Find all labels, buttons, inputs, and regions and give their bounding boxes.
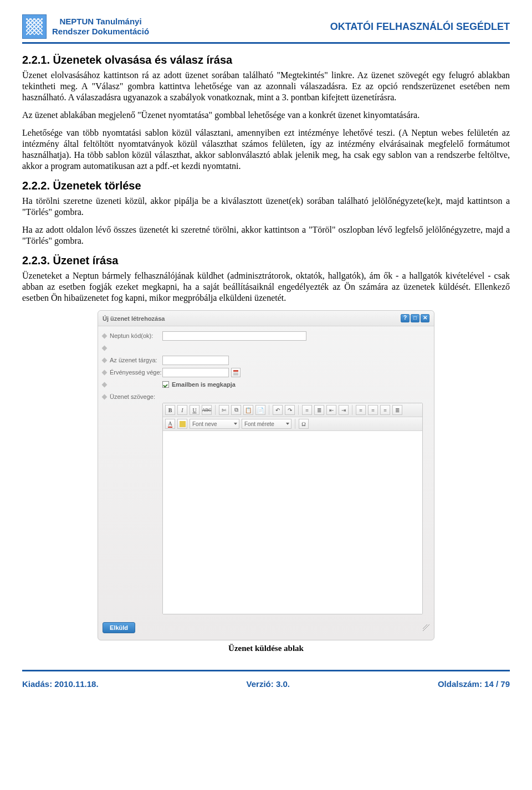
label-validity: Érvényesség vége: [110,369,162,376]
document-header: NEPTUN Tanulmányi Rendszer Dokumentáció … [22,11,510,44]
new-message-dialog: Új üzenet létrehozása ? □ ✕ Neptun kód(o… [98,310,434,640]
cut-button[interactable]: ✄ [219,405,229,415]
neptun-logo-icon [22,14,47,39]
para-2-2-1b: Az üzenet ablakában megjelenő "Üzenet ny… [22,110,510,121]
validity-input[interactable] [162,368,229,377]
bold-button[interactable]: B [165,405,175,415]
font-name-select[interactable]: Font neve [190,419,239,429]
font-size-select[interactable]: Font mérete [242,419,291,429]
dialog-body: Neptun kód(ok): Az üzenet tárgya: Érvény… [98,326,434,618]
editor-toolbar-1: B I U ABC ✄ ⧉ 📋 📄 ↶ ↷ ≡ ≣ [163,403,422,417]
align-right-button[interactable]: ≡ [380,405,390,415]
row-spacer [103,342,429,354]
highlight-button[interactable] [177,419,187,429]
outdent-button[interactable]: ⇤ [326,405,336,415]
bullet-icon [102,382,108,387]
para-2-2-2b: Ha az adott oldalon lévő összes üzenetét… [22,224,510,247]
subject-input[interactable] [162,356,229,365]
para-2-2-3a: Üzeneteket a Neptun bármely felhasználój… [22,270,510,304]
label-email-checkbox: Emailben is megkapja [172,381,236,388]
footer-version: Verzió: 3.0. [99,679,438,689]
row-neptun-code: Neptun kód(ok): [103,330,429,342]
editor-toolbar-2: A Font neve Font mérete Ω [163,417,422,431]
strike-button[interactable]: ABC [202,405,212,415]
dialog-footer: Elküld [98,618,434,638]
indent-button[interactable]: ⇥ [339,405,349,415]
paste-text-button[interactable]: 📄 [255,405,265,415]
heading-2-2-3: 2.2.3. Üzenet írása [22,254,510,267]
document-footer: Kiadás: 2010.11.18. Verzió: 3.0. Oldalsz… [22,670,510,689]
editor-textarea[interactable] [163,431,422,614]
close-button[interactable]: ✕ [421,314,429,322]
send-button[interactable]: Elküld [103,622,135,633]
maximize-button[interactable]: □ [411,314,420,322]
copy-button[interactable]: ⧉ [231,405,241,415]
bullet-icon [102,394,108,399]
heading-2-2-2: 2.2.2. Üzenetek törlése [22,179,510,192]
row-subject: Az üzenet tárgya: [103,354,429,366]
ul-button[interactable]: ≣ [314,405,324,415]
paste-button[interactable]: 📋 [243,405,253,415]
align-center-button[interactable]: ≡ [368,405,378,415]
undo-button[interactable]: ↶ [273,405,283,415]
label-body: Üzenet szövege: [110,393,155,400]
figure-caption: Üzenet küldése ablak [22,644,510,653]
heading-2-2-1: 2.2.1. Üzenetek olvasása és válasz írása [22,54,510,66]
label-subject: Az üzenet tárgya: [110,357,157,363]
redo-button[interactable]: ↷ [285,405,295,415]
row-body: Üzenet szövege: [103,391,429,403]
brand-line1: NEPTUN Tanulmányi [52,17,149,27]
bullet-icon [102,345,108,351]
para-2-2-1c: Lehetősége van több nyomtatási sablon kö… [22,127,510,172]
calendar-icon[interactable] [231,368,241,377]
dialog-titlebar: Új üzenet létrehozása ? □ ✕ [98,311,434,326]
brand-block: NEPTUN Tanulmányi Rendszer Dokumentáció [52,17,149,37]
document-title: OKTATÓI FELHASZNÁLÓI SEGÉDLET [330,21,510,33]
help-button[interactable]: ? [401,314,410,322]
footer-page-number: Oldalszám: 14 / 79 [438,679,510,689]
richtext-editor: B I U ABC ✄ ⧉ 📋 📄 ↶ ↷ ≡ ≣ [162,403,423,614]
special-char-button[interactable]: Ω [299,419,309,429]
underline-button[interactable]: U [190,405,200,415]
row-email-checkbox: Emailben is megkapja [103,378,429,391]
resize-handle-icon[interactable] [423,624,429,631]
email-checkbox[interactable] [162,381,169,388]
label-neptun-code: Neptun kód(ok): [110,332,153,339]
bullet-icon [102,370,108,375]
bullet-icon [102,333,108,338]
dialog-screenshot: Új üzenet létrehozása ? □ ✕ Neptun kód(o… [22,310,510,640]
dialog-title-text: Új üzenet létrehozása [103,315,165,322]
ol-button[interactable]: ≡ [302,405,312,415]
italic-button[interactable]: I [177,405,187,415]
row-validity: Érvényesség vége: [103,366,429,378]
align-left-button[interactable]: ≡ [356,405,366,415]
neptun-code-input[interactable] [162,331,306,341]
fontcolor-button[interactable]: A [165,419,175,429]
align-justify-button[interactable]: ≣ [392,405,402,415]
bullet-icon [102,357,108,363]
para-2-2-1a: Üzenet elolvasásához kattintson rá az ad… [22,70,510,103]
brand-line2: Rendszer Dokumentáció [52,27,149,37]
footer-issue-date: Kiadás: 2010.11.18. [22,679,99,689]
para-2-2-2a: Ha törölni szeretne üzeneti közül, akkor… [22,196,510,218]
